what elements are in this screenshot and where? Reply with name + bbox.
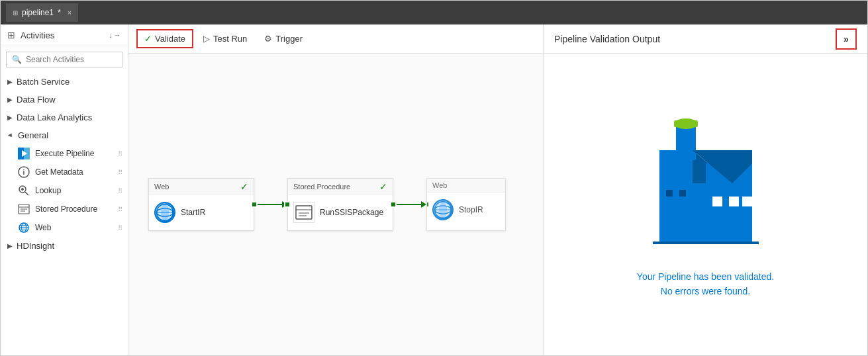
sidebar-header: ⊞ Activities ↓ →: [1, 24, 128, 46]
trigger-label: Trigger: [275, 34, 303, 44]
pipeline-canvas: Web ✓: [128, 54, 543, 355]
lookup-label: Lookup: [35, 186, 61, 195]
sidebar-item-get-metadata[interactable]: i Get Metadata ⠿: [7, 163, 128, 181]
content-area: ✓ Validate ▷ Test Run ⚙ Trigger: [128, 24, 867, 355]
runssis-connector-left[interactable]: [284, 201, 291, 208]
svg-rect-23: [296, 206, 312, 219]
stopir-body: StopIR: [427, 193, 505, 227]
svg-line-6: [25, 192, 28, 195]
factory-svg: [640, 111, 772, 256]
sidebar-collapse-arrows[interactable]: ↓ →: [109, 31, 122, 39]
runssis-connector-right[interactable]: [390, 201, 397, 208]
svg-rect-41: [742, 197, 752, 206]
hdinsight-arrow: ▶: [7, 242, 13, 249]
pipeline-node-stopir[interactable]: Web: [426, 178, 506, 231]
pipeline-node-runssis[interactable]: Stored Procedure ✓: [287, 178, 393, 231]
toolbar: ✓ Validate ▷ Test Run ⚙ Trigger: [128, 24, 543, 54]
startir-body: StartIR: [149, 195, 254, 230]
pipeline-node-startir[interactable]: Web ✓: [148, 178, 254, 231]
web-drag: ⠿: [118, 224, 122, 232]
stored-procedure-icon: [18, 203, 30, 215]
panel-close-icon: »: [844, 34, 849, 44]
sidebar-item-data-lake-analytics[interactable]: ▶ Data Lake Analytics: [1, 109, 128, 126]
sidebar-items: ▶ Batch Service ▶ Data Flow ▶ Data Lake …: [1, 73, 128, 355]
panel-content: Your Pipeline has been validated. No err…: [544, 54, 867, 355]
panel-collapse-button[interactable]: »: [836, 28, 857, 50]
tab-modified: *: [58, 8, 61, 17]
general-arrow: ▼: [7, 132, 14, 139]
arrow-2-line: [393, 204, 421, 205]
general-label: General: [18, 130, 48, 140]
sidebar-item-batch-service[interactable]: ▶ Batch Service: [1, 73, 128, 91]
sidebar-title: Activities: [21, 30, 54, 40]
data-flow-arrow: ▶: [7, 96, 13, 103]
startir-globe-icon: [154, 202, 175, 223]
stored-procedure-label: Stored Procedure: [35, 204, 97, 214]
lookup-icon: [18, 185, 30, 197]
startir-check-icon: ✓: [240, 181, 248, 192]
validation-message-line2: No errors were found.: [637, 284, 774, 298]
search-box[interactable]: 🔍: [6, 52, 122, 67]
test-run-label: Test Run: [213, 34, 247, 44]
startir-connector-right[interactable]: [251, 201, 258, 208]
pipeline-tab[interactable]: ⊞ pipeline1 * ×: [6, 3, 78, 22]
svg-rect-40: [729, 197, 739, 206]
stored-procedure-drag: ⠿: [118, 206, 122, 213]
collapse-right-icon: →: [114, 31, 121, 39]
activities-icon: ⊞: [7, 30, 15, 40]
test-run-icon: ▷: [203, 34, 210, 44]
svg-rect-44: [679, 190, 686, 197]
sidebar-item-data-flow[interactable]: ▶ Data Flow: [1, 91, 128, 109]
sidebar: ⊞ Activities ↓ → 🔍 ▶ Batch Service: [1, 24, 128, 355]
right-panel: Pipeline Validation Output »: [543, 24, 867, 355]
sidebar-item-hdinsight[interactable]: ▶ HDInsight: [1, 237, 128, 255]
hdinsight-label: HDInsight: [17, 241, 54, 251]
stopir-header: Web: [427, 179, 505, 193]
arrow-2-head: [421, 201, 426, 208]
web-label: Web: [35, 223, 51, 232]
startir-header: Web ✓: [149, 179, 254, 195]
validation-message: Your Pipeline has been validated. No err…: [637, 269, 774, 299]
svg-point-7: [21, 188, 24, 191]
pipeline-tab-icon: ⊞: [13, 9, 18, 17]
stopir-connector-left[interactable]: [426, 201, 430, 208]
runssis-check-icon: ✓: [379, 181, 387, 192]
get-metadata-drag: ⠿: [118, 169, 122, 176]
panel-header: Pipeline Validation Output »: [544, 24, 867, 54]
sidebar-item-general[interactable]: ▼ General: [1, 126, 128, 144]
trigger-icon: ⚙: [264, 34, 272, 44]
svg-rect-45: [653, 242, 759, 244]
stopir-name: StopIR: [459, 205, 483, 214]
validate-check-icon: ✓: [144, 34, 152, 44]
get-metadata-label: Get Metadata: [35, 167, 83, 177]
search-input[interactable]: [26, 55, 117, 64]
panel-title: Pipeline Validation Output: [554, 34, 836, 44]
tab-bar: ⊞ pipeline1 * ×: [1, 1, 867, 24]
validate-button[interactable]: ✓ Validate: [136, 29, 193, 48]
validate-label: Validate: [155, 34, 185, 44]
trigger-button[interactable]: ⚙ Trigger: [257, 30, 310, 48]
sidebar-item-lookup[interactable]: Lookup ⠿: [7, 181, 128, 200]
arrow-1-line: [254, 204, 282, 205]
get-metadata-icon: i: [18, 166, 30, 178]
pipeline-canvas-area: Web ✓: [128, 54, 543, 355]
execute-pipeline-icon: [18, 148, 30, 159]
app-container: ⊞ pipeline1 * × ⊞ Activities ↓ → 🔍: [0, 0, 868, 356]
web-icon: [18, 222, 30, 234]
execute-pipeline-label: Execute Pipeline: [35, 149, 94, 158]
runssis-header: Stored Procedure ✓: [288, 179, 393, 195]
sidebar-item-web[interactable]: Web ⠿: [7, 218, 128, 237]
data-flow-label: Data Flow: [17, 95, 56, 105]
batch-service-label: Batch Service: [17, 77, 70, 87]
arrow-1: [254, 201, 287, 208]
sidebar-item-stored-procedure[interactable]: Stored Procedure ⠿: [7, 200, 128, 218]
runssis-body: RunSSISPackage: [288, 195, 393, 230]
startir-type-label: Web: [154, 183, 169, 191]
test-run-button[interactable]: ▷ Test Run: [196, 30, 254, 48]
runssis-sp-icon: [293, 202, 314, 223]
tab-close-button[interactable]: ×: [68, 9, 72, 17]
arrow-2: [393, 201, 426, 208]
sidebar-item-execute-pipeline[interactable]: Execute Pipeline ⠿: [7, 144, 128, 163]
pipeline-flow: Web ✓: [128, 178, 506, 231]
svg-rect-33: [659, 150, 693, 243]
